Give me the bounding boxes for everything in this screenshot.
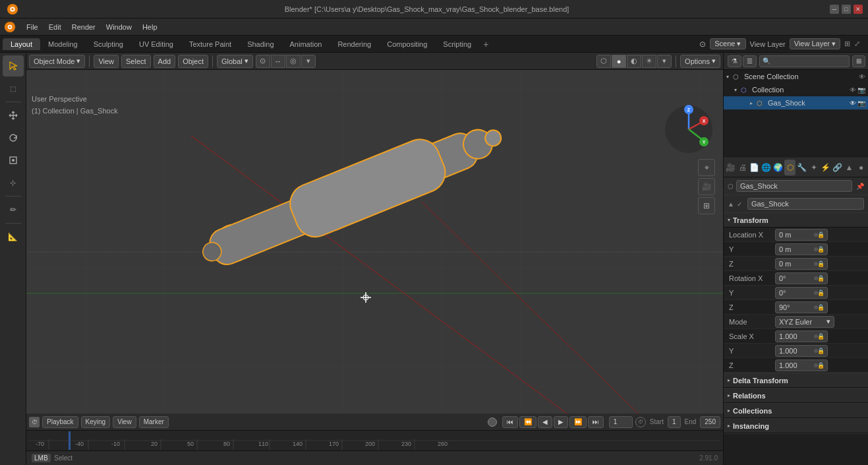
gas-shock-render-icon[interactable]: 📷 <box>857 100 865 107</box>
snap-options-button[interactable]: ↔ <box>271 55 285 68</box>
keyframe-dot[interactable] <box>814 233 818 237</box>
scale-tool-button[interactable] <box>3 150 24 171</box>
object-menu-button[interactable]: Object <box>178 55 208 68</box>
tab-compositing[interactable]: Compositing <box>379 38 435 50</box>
menu-edit[interactable]: Edit <box>43 22 67 32</box>
location-z-field[interactable]: 0 m 🔒 <box>775 258 828 270</box>
select-menu-button[interactable]: Select <box>121 55 151 68</box>
menu-render[interactable]: Render <box>67 22 101 32</box>
tab-modeling[interactable]: Modeling <box>40 38 86 50</box>
physics-tab[interactable]: ⚡ <box>820 160 831 175</box>
options-button[interactable]: Options ▾ <box>680 55 720 68</box>
tab-layout[interactable]: Layout <box>3 38 40 50</box>
collection-render-icon[interactable]: 📷 <box>857 86 865 94</box>
play-reverse-button[interactable]: ◀ <box>538 416 552 428</box>
keyframe-dot-z[interactable] <box>814 262 818 266</box>
rot-keyframe-dot-z[interactable] <box>814 305 818 309</box>
output-props-tab[interactable]: 🖨 <box>737 160 748 175</box>
move-tool-button[interactable] <box>3 105 24 126</box>
camera-view-button[interactable]: 🎥 <box>698 178 715 195</box>
measure-tool-button[interactable]: 📐 <box>3 226 24 247</box>
proportional-edit-type-button[interactable]: ▾ <box>301 55 316 68</box>
material-shading-button[interactable]: ◐ <box>627 55 641 68</box>
constraints-tab[interactable]: 🔗 <box>832 160 843 175</box>
minimize-button[interactable]: ─ <box>830 5 839 14</box>
outliner-gas-shock-item[interactable]: ▸ ⬡ Gas_Shock 👁 📷 <box>724 96 868 109</box>
scale-x-field[interactable]: 1.000 🔒 <box>775 330 828 342</box>
material-tab[interactable]: ● <box>855 160 867 175</box>
timeline-view-menu-button[interactable]: View <box>113 416 136 428</box>
data-tab[interactable]: ▲ <box>844 160 855 175</box>
scale-dot-x[interactable] <box>814 334 818 338</box>
maximize-button[interactable]: □ <box>842 5 851 14</box>
scene-dropdown[interactable]: Scene ▾ <box>710 38 745 49</box>
menu-help[interactable]: Help <box>137 22 163 32</box>
snap-toggle-button[interactable]: ⊙ <box>256 55 270 68</box>
world-props-tab[interactable]: 🌍 <box>772 160 784 175</box>
prev-frame-button[interactable]: ⏪ <box>519 416 536 428</box>
object-props-tab[interactable]: ⬡ <box>784 160 796 175</box>
outliner-collection[interactable]: ▾ ⬡ Collection 👁 📷 <box>724 83 868 96</box>
viewport-3d[interactable]: User Perspective (1) Collection | Gas_Sh… <box>26 70 723 414</box>
particles-tab[interactable]: ✦ <box>808 160 819 175</box>
active-data-field[interactable] <box>747 198 864 210</box>
render-props-tab[interactable]: 🎥 <box>725 160 736 175</box>
ortho-perspective-button[interactable]: ⊞ <box>698 197 715 214</box>
transform-section-header[interactable]: ▾ Transform <box>724 213 868 228</box>
jump-end-button[interactable]: ⏭ <box>588 416 604 428</box>
keyframe-dot-y[interactable] <box>814 247 818 251</box>
close-button[interactable]: ✕ <box>854 5 863 14</box>
transform-orientation-button[interactable]: Global ▾ <box>217 55 253 68</box>
zoom-to-fit-button[interactable]: ⌖ <box>698 159 715 176</box>
pin-icon[interactable]: 📌 <box>856 183 864 190</box>
tab-scripting[interactable]: Scripting <box>435 38 479 50</box>
end-frame-field[interactable]: 250 <box>700 416 720 428</box>
tab-rendering[interactable]: Rendering <box>330 38 379 50</box>
jump-start-button[interactable]: ⏮ <box>502 416 518 428</box>
blender-menu-logo[interactable] <box>3 20 17 34</box>
tab-texture-paint[interactable]: Texture Paint <box>181 38 239 50</box>
filter-button[interactable]: ⚗ <box>728 55 741 67</box>
add-menu-button[interactable]: Add <box>154 55 176 68</box>
outliner-search-input[interactable] <box>759 55 850 67</box>
solid-shading-button[interactable]: ● <box>612 55 626 68</box>
collection-visibility-icon[interactable]: 👁 <box>850 86 856 94</box>
view-menu-button[interactable]: View <box>94 55 119 68</box>
rotation-z-field[interactable]: 90° 🔒 <box>775 301 828 313</box>
annotate-tool-button[interactable]: ✏ <box>3 199 24 220</box>
start-frame-field[interactable]: 1 <box>668 416 681 428</box>
transform-tool-button[interactable]: ⊹ <box>3 172 24 193</box>
keying-menu-button[interactable]: Keying <box>81 416 111 428</box>
rotation-y-field[interactable]: 0° 🔒 <box>775 287 828 299</box>
scale-z-field[interactable]: 1.000 🔒 <box>775 359 828 371</box>
fullscreen-icon[interactable]: ⤢ <box>854 40 860 48</box>
select-tool-button[interactable] <box>3 55 24 77</box>
viewport-options-button[interactable]: ▾ <box>657 55 672 68</box>
collections-header[interactable]: ▸ Collections <box>724 404 868 418</box>
rotation-x-field[interactable]: 0° 🔒 <box>775 272 828 284</box>
gas-shock-visibility-icon[interactable]: 👁 <box>850 100 856 107</box>
scale-y-field[interactable]: 1.000 🔒 <box>775 345 828 357</box>
menu-file[interactable]: File <box>21 22 43 32</box>
rendered-shading-button[interactable]: ☀ <box>642 55 656 68</box>
record-button[interactable] <box>488 418 497 427</box>
marker-menu-button[interactable]: Marker <box>139 416 169 428</box>
relations-header[interactable]: ▸ Relations <box>724 388 868 403</box>
box-select-button[interactable]: ⬚ <box>3 78 24 99</box>
modifier-props-tab[interactable]: 🔧 <box>796 160 807 175</box>
play-button[interactable]: ▶ <box>554 416 568 428</box>
object-mode-button[interactable]: Object Mode ▾ <box>29 55 85 68</box>
timeline-ruler[interactable]: -70 -40 -10 20 50 80 110 <box>26 431 723 450</box>
rotation-mode-dropdown[interactable]: XYZ Euler ▾ <box>775 316 834 328</box>
next-frame-button[interactable]: ⏩ <box>569 416 587 428</box>
location-y-field[interactable]: 0 m 🔒 <box>775 243 828 255</box>
proportional-edit-button[interactable]: ◎ <box>286 55 301 68</box>
object-name-field[interactable] <box>736 180 852 192</box>
view-layer-props-tab[interactable]: 📄 <box>749 160 760 175</box>
outliner-display-mode-button[interactable]: ☰ <box>743 55 757 67</box>
rot-keyframe-dot-y[interactable] <box>814 291 818 295</box>
viewport-axis-gizmo[interactable]: Z X Y <box>662 103 715 156</box>
playback-menu-button[interactable]: Playback <box>42 416 78 428</box>
scene-props-tab[interactable]: 🌐 <box>761 160 772 175</box>
rotate-tool-button[interactable] <box>3 127 24 148</box>
